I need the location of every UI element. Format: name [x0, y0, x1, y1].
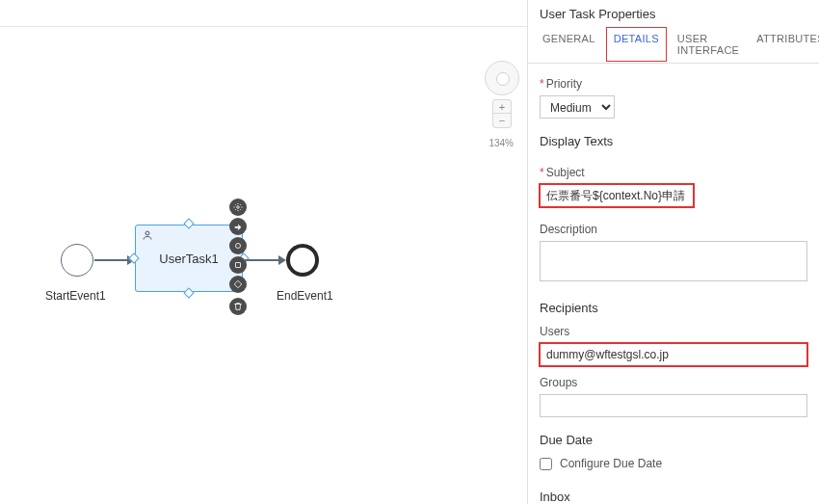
display-texts-title: Display Texts	[540, 134, 807, 148]
workflow-canvas[interactable]: + − 134% StartEvent1 UserTask1 EndEvent1	[0, 27, 527, 504]
groups-input[interactable]	[540, 394, 807, 417]
svg-point-6	[145, 231, 149, 235]
zoom-out-button[interactable]: −	[493, 114, 511, 127]
svg-point-7	[237, 206, 240, 209]
context-tool-circle-icon[interactable]	[229, 237, 247, 254]
due-date-title: Due Date	[540, 433, 807, 447]
recipients-title: Recipients	[540, 301, 807, 315]
context-tool-arrow-icon[interactable]	[229, 218, 247, 235]
properties-panel: User Task Properties GENERAL DETAILS USE…	[527, 0, 819, 504]
groups-section: Groups	[528, 368, 819, 419]
subject-section: Subject	[528, 152, 819, 209]
description-section: Description	[528, 209, 819, 287]
users-label: Users	[540, 325, 807, 338]
context-tool-settings-icon[interactable]	[229, 199, 247, 216]
groups-label: Groups	[540, 376, 807, 389]
panel-title: User Task Properties	[528, 0, 819, 26]
users-section: Users	[528, 319, 819, 368]
user-icon	[142, 229, 153, 241]
tab-general[interactable]: GENERAL	[534, 26, 604, 63]
users-input[interactable]	[540, 343, 807, 366]
inbox-title: Inbox	[540, 490, 807, 504]
panel-tabs: GENERAL DETAILS USER INTERFACE ATTRIBUTE…	[528, 26, 819, 64]
subject-label: Subject	[540, 166, 807, 179]
description-textarea[interactable]	[540, 241, 807, 281]
configure-due-date-checkbox[interactable]	[540, 458, 552, 470]
user-task-node[interactable]: UserTask1	[135, 225, 243, 292]
priority-section: Priority LowMediumHigh	[528, 64, 819, 120]
subject-input[interactable]	[540, 184, 694, 207]
tab-attributes[interactable]: ATTRIBUTES	[748, 26, 819, 63]
zoom-controls: + −	[492, 99, 512, 128]
context-tool-diamond-icon[interactable]	[229, 276, 247, 293]
priority-label: Priority	[540, 77, 807, 91]
tab-details[interactable]: DETAILS	[606, 27, 667, 62]
zoom-percent-label: 134%	[489, 138, 514, 148]
svg-point-8	[236, 244, 241, 249]
user-task-label: UserTask1	[159, 252, 218, 266]
priority-select[interactable]: LowMediumHigh	[540, 95, 615, 119]
zoom-in-button[interactable]: +	[493, 100, 511, 114]
configure-due-date-label: Configure Due Date	[560, 457, 662, 470]
svg-rect-9	[236, 263, 241, 268]
context-tool-trash-icon[interactable]	[229, 298, 247, 315]
tab-user-interface[interactable]: USER INTERFACE	[669, 26, 748, 63]
start-event-label: StartEvent1	[45, 289, 106, 303]
sequence-flow-1[interactable]	[94, 259, 133, 261]
end-event-node[interactable]	[286, 244, 319, 277]
configure-due-date-row[interactable]: Configure Due Date	[528, 451, 819, 476]
sequence-flow-2[interactable]	[244, 259, 284, 261]
end-event-label: EndEvent1	[277, 289, 333, 303]
start-event-node[interactable]	[61, 244, 93, 277]
pan-wheel[interactable]	[485, 61, 519, 95]
description-label: Description	[540, 223, 807, 236]
